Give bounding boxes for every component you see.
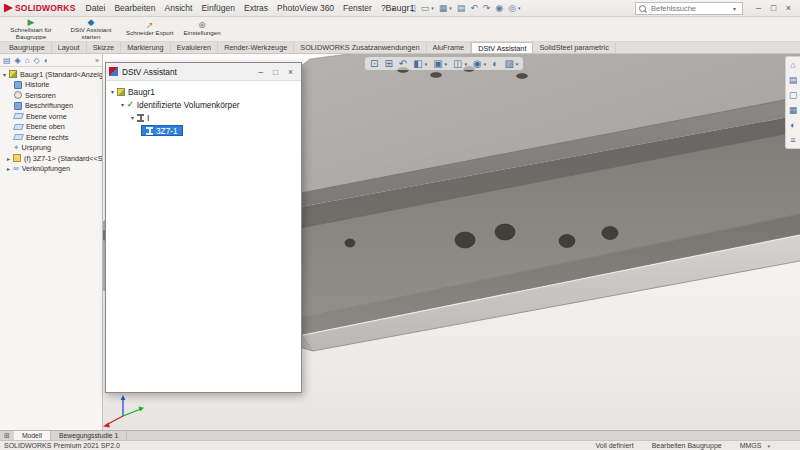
menu-photoview[interactable]: PhotoView 360 — [277, 3, 334, 13]
settings-button[interactable]: ⊛ Einstellungen — [179, 18, 224, 40]
units-selector[interactable]: MMGS — [740, 442, 762, 449]
options-icon[interactable]: ◎ — [508, 3, 516, 13]
selected-item[interactable]: 3Z7-1 — [141, 125, 183, 136]
redo-icon[interactable]: ↷ — [483, 3, 491, 13]
dialog-maximize-button[interactable]: □ — [268, 67, 283, 77]
section-dropdown-icon[interactable]: ▾ — [425, 61, 428, 67]
dialog-tree-identified-solids[interactable]: ▾ ✓ Identifizierte Volumenkörper — [108, 98, 299, 111]
dialog-tree-profile-group[interactable]: ▾ I — [108, 111, 299, 124]
minimize-button[interactable]: – — [751, 3, 766, 13]
configuration-manager-tab-icon[interactable]: ⌂ — [25, 56, 30, 65]
scene-dropdown-icon[interactable]: ▾ — [516, 61, 519, 67]
custom-properties-icon[interactable]: ≡ — [790, 135, 795, 145]
chevron-down-icon[interactable]: ▾ — [111, 88, 114, 95]
tab-bewegungsstudie[interactable]: Bewegungsstudie 1 — [51, 431, 127, 440]
tab-layout[interactable]: Layout — [52, 42, 87, 53]
orientation-dropdown-icon[interactable]: ▾ — [445, 61, 448, 67]
chevron-down-icon[interactable]: ▾ — [131, 114, 134, 121]
command-search-input[interactable] — [649, 3, 733, 14]
view-orientation-icon[interactable]: ▣ — [433, 58, 442, 69]
tab-aluframe[interactable]: AluFrame — [427, 42, 472, 53]
dialog-tree-item-selected[interactable]: 3Z7-1 — [108, 124, 299, 137]
display-style-dropdown-icon[interactable]: ▾ — [465, 61, 468, 67]
menu-einfuegen[interactable]: Einfügen — [201, 3, 235, 13]
view-palette-icon[interactable]: ▦ — [789, 105, 798, 115]
chevron-down-icon[interactable]: ▾ — [3, 71, 6, 78]
dialog-tree-label: 3Z7-1 — [156, 126, 178, 136]
status-right: Voll definiert Bearbeiten Baugruppe MMGS… — [596, 442, 771, 449]
tab-baugruppe[interactable]: Baugruppe — [3, 42, 52, 53]
tab-render-werkzeuge[interactable]: Render-Werkzeuge — [218, 42, 294, 53]
home-icon[interactable]: ⌂ — [790, 60, 795, 70]
tree-item-sensoren[interactable]: Sensoren — [0, 90, 102, 101]
dimxpert-manager-tab-icon[interactable]: ◇ — [34, 56, 40, 65]
units-dropdown-icon[interactable]: ▾ — [767, 443, 770, 449]
schneider-export-button[interactable]: ↗ Schneider Export — [122, 18, 177, 40]
menu-bearbeiten[interactable]: Bearbeiten — [114, 3, 155, 13]
tab-modell[interactable]: Modell — [14, 431, 51, 440]
tab-markierung[interactable]: Markierung — [121, 42, 171, 53]
property-manager-tab-icon[interactable]: ◈ — [15, 56, 21, 65]
mates-icon: ∞ — [13, 165, 19, 173]
tree-item-ebene-vorne[interactable]: Ebene vorne — [0, 111, 102, 122]
tree-item-ebene-oben[interactable]: Ebene oben — [0, 122, 102, 133]
design-library-icon[interactable]: ▤ — [789, 75, 798, 85]
rebuild-icon[interactable]: ◉ — [495, 3, 503, 13]
hide-show-items-icon[interactable]: ◉ — [473, 58, 482, 69]
appearances-icon[interactable]: ◐ — [790, 120, 795, 130]
tree-item-historie[interactable]: Historie — [0, 80, 102, 91]
save-icon[interactable]: ▦ — [439, 3, 448, 13]
feature-manager-tab-icon[interactable]: ▤ — [3, 56, 11, 65]
menu-fenster[interactable]: Fenster — [343, 3, 372, 13]
tree-root-assembly[interactable]: ▾ Baugr1 (Standard<Anzeigestatus-1>) — [0, 69, 102, 80]
dialog-tree-root[interactable]: ▾ Baugr1 — [108, 85, 299, 98]
options-dropdown-icon[interactable]: ▾ — [518, 5, 521, 11]
chevron-down-icon[interactable]: ▾ — [121, 101, 124, 108]
dstv-assistant-start-button[interactable]: ◆ DStV Assistant starten — [62, 18, 120, 40]
edit-appearance-icon[interactable]: ◐ — [492, 58, 498, 69]
display-manager-tab-icon[interactable]: ◐ — [44, 56, 49, 65]
zoom-area-icon[interactable]: ⊞ — [384, 58, 392, 69]
chevron-right-icon[interactable]: ▸ — [7, 155, 10, 162]
save-dropdown-icon[interactable]: ▾ — [449, 5, 452, 11]
tab-skizze[interactable]: Skizze — [87, 42, 122, 53]
menu-datei[interactable]: Datei — [86, 3, 106, 13]
command-search[interactable]: ▾ — [635, 2, 743, 15]
tree-item-part[interactable]: ▸ (f) 3Z7-1> (Standard<<Standard>_Anzeig… — [0, 153, 102, 164]
open-document-icon[interactable]: ▭ — [421, 3, 430, 13]
maximize-button[interactable]: □ — [766, 3, 781, 13]
dialog-tree-label: Identifizierte Volumenkörper — [137, 100, 240, 110]
quickstart-assembly-button[interactable]: ▶ Schnellstart für Baugruppe — [2, 18, 60, 40]
search-dropdown-icon[interactable]: ▾ — [733, 5, 736, 12]
chevron-right-icon[interactable]: ▸ — [7, 165, 10, 172]
tab-dstv-assistant[interactable]: DStV Assistant — [471, 42, 533, 53]
tree-item-beschriftungen[interactable]: Beschriftungen — [0, 101, 102, 112]
menu-ansicht[interactable]: Ansicht — [165, 3, 193, 13]
tree-item-verknuepfungen[interactable]: ▸ ∞ Verknüpfungen — [0, 164, 102, 175]
undo-icon[interactable]: ↶ — [470, 3, 478, 13]
plane-icon — [13, 113, 24, 119]
tab-solidsteel[interactable]: SolidSteel parametric — [533, 42, 615, 53]
tab-evaluieren[interactable]: Evaluieren — [171, 42, 218, 53]
close-button[interactable]: × — [781, 3, 796, 13]
pane-splitter-icon[interactable]: ⊞ — [0, 431, 14, 440]
zoom-fit-icon[interactable]: ⊡ — [370, 58, 378, 69]
display-style-icon[interactable]: ◫ — [453, 58, 462, 69]
file-explorer-icon[interactable]: ▢ — [789, 90, 798, 100]
tree-item-ursprung[interactable]: ⌖ Ursprung — [0, 143, 102, 154]
hide-show-dropdown-icon[interactable]: ▾ — [484, 61, 487, 67]
menu-extras[interactable]: Extras — [244, 3, 268, 13]
dialog-titlebar[interactable]: DStV Assistant – □ × — [106, 63, 301, 81]
tab-zusatzanwendungen[interactable]: SOLIDWORKS Zusatzanwendungen — [294, 42, 426, 53]
dialog-minimize-button[interactable]: – — [253, 67, 268, 77]
quickstart-label: Schnellstart für Baugruppe — [6, 27, 56, 41]
solidworks-logo-text: SOLIDWORKS — [15, 3, 76, 13]
open-dropdown-icon[interactable]: ▾ — [431, 5, 434, 11]
dialog-close-button[interactable]: × — [283, 67, 298, 77]
panel-overflow-icon[interactable]: » — [95, 57, 99, 64]
apply-scene-icon[interactable]: ▨ — [504, 58, 513, 69]
tree-item-ebene-rechts[interactable]: Ebene rechts — [0, 132, 102, 143]
previous-view-icon[interactable]: ↶ — [399, 58, 407, 69]
section-view-icon[interactable]: ◧ — [413, 58, 422, 69]
print-icon[interactable]: ▤ — [457, 3, 466, 13]
